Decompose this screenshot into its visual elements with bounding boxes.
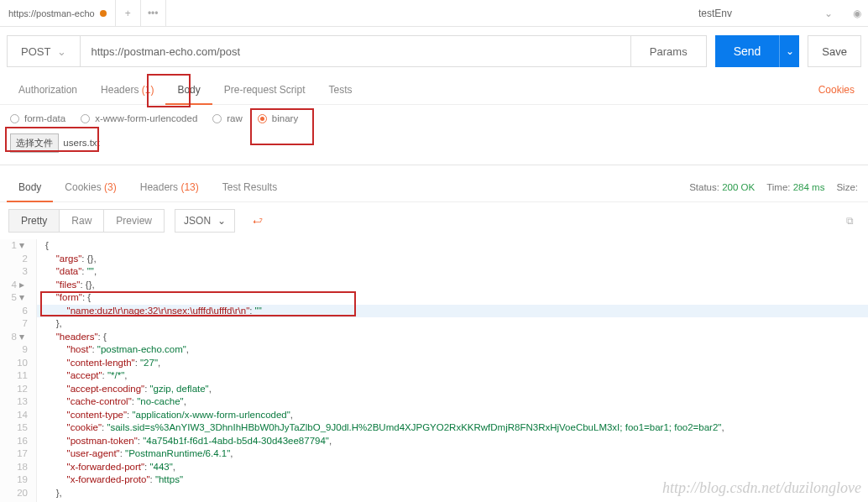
send-dropdown[interactable]: ⌄ (779, 35, 799, 67)
radio-binary[interactable]: binary (258, 113, 298, 123)
chevron-down-icon: ⌄ (217, 215, 226, 227)
resp-tab-body[interactable]: Body (7, 173, 53, 201)
response-tabs: Body Cookies (3) Headers (13) Test Resul… (0, 173, 868, 202)
request-tabs: Authorization Headers (1) Body Pre-reque… (0, 76, 868, 105)
response-status: Status: 200 OK Time: 284 ms Size: (686, 174, 861, 201)
chosen-file-name: users.txt (63, 138, 99, 148)
response-body[interactable]: 1 ▾{ 2 "args": {}, 3 "data": "", 4 ▸ "fi… (0, 239, 868, 502)
request-tab[interactable]: https://postman-echo (0, 0, 116, 26)
radio-icon (81, 114, 90, 123)
more-tabs-button[interactable]: ••• (141, 0, 166, 26)
time-label: Time: 284 ms (766, 182, 824, 192)
send-button[interactable]: Send (715, 35, 780, 67)
radio-checked-icon (258, 114, 267, 123)
radio-raw[interactable]: raw (212, 113, 243, 123)
format-selector[interactable]: JSON ⌄ (175, 209, 235, 233)
unsaved-dot-icon (100, 10, 107, 17)
tab-prerequest[interactable]: Pre-request Script (212, 76, 317, 104)
chevron-down-icon: ⌄ (786, 45, 794, 57)
view-pretty[interactable]: Pretty (9, 210, 60, 232)
radio-urlencoded[interactable]: x-www-form-urlencoded (81, 113, 197, 123)
choose-file-button[interactable]: 选择文件 (10, 133, 59, 153)
url-input[interactable]: https://postman-echo.com/post (81, 35, 630, 67)
divider (0, 165, 868, 173)
env-preview-icon[interactable]: ◉ (846, 8, 868, 19)
chevron-down-icon: ⌄ (824, 8, 833, 19)
save-button[interactable]: Save (808, 35, 861, 67)
tab-body[interactable]: Body (165, 76, 212, 104)
file-chooser-row: 选择文件 users.txt (0, 132, 868, 165)
tab-tests[interactable]: Tests (316, 76, 363, 104)
url-value: https://postman-echo.com/post (91, 45, 240, 58)
copy-icon[interactable]: ⧉ (839, 215, 860, 227)
top-tab-bar: https://postman-echo + ••• testEnv ⌄ ◉ (0, 0, 868, 27)
method-selector[interactable]: POST ⌄ (7, 35, 81, 67)
body-type-selector: form-data x-www-form-urlencoded raw bina… (0, 105, 868, 132)
chevron-down-icon: ⌄ (57, 45, 66, 58)
resp-tab-tests[interactable]: Test Results (211, 173, 289, 201)
radio-formdata[interactable]: form-data (10, 113, 65, 123)
view-controls: Pretty Raw Preview JSON ⌄ ⮐ ⧉ (0, 202, 868, 239)
status-label: Status: 200 OK (689, 182, 755, 192)
wrap-lines-icon[interactable]: ⮐ (245, 209, 270, 233)
radio-icon (10, 114, 19, 123)
radio-icon (212, 114, 222, 123)
resp-tab-cookies[interactable]: Cookies (3) (53, 173, 128, 201)
add-tab-button[interactable]: + (116, 0, 141, 26)
view-raw[interactable]: Raw (60, 210, 104, 232)
size-label: Size: (836, 182, 858, 192)
params-button[interactable]: Params (631, 35, 707, 67)
method-label: POST (21, 45, 50, 58)
request-tab-label: https://postman-echo (8, 8, 95, 18)
view-mode-group: Pretty Raw Preview (8, 209, 165, 233)
tab-authorization[interactable]: Authorization (7, 76, 89, 104)
resp-tab-headers[interactable]: Headers (13) (128, 173, 211, 201)
environment-selector[interactable]: testEnv ⌄ (690, 8, 841, 19)
cookies-link[interactable]: Cookies (812, 76, 861, 104)
tab-headers[interactable]: Headers (1) (89, 76, 165, 104)
request-row: POST ⌄ https://postman-echo.com/post Par… (0, 27, 868, 76)
environment-label: testEnv (698, 8, 732, 19)
view-preview[interactable]: Preview (104, 210, 164, 232)
